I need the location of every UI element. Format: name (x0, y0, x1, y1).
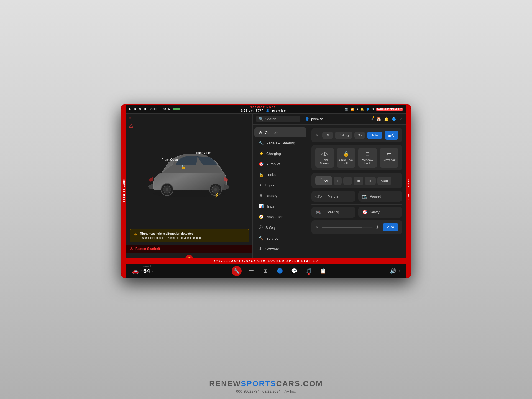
task-grid-btn[interactable]: ⊞ (260, 266, 270, 276)
wiper-level3-btn[interactable]: III (354, 177, 363, 185)
wiper-level2-btn[interactable]: II (343, 177, 352, 185)
nav-item-lights[interactable]: ✦ Lights (254, 180, 306, 190)
camera-card[interactable]: 📷 Paused (358, 191, 402, 202)
nav-item-locks[interactable]: 🔒 Locks (254, 170, 306, 180)
close-icon[interactable]: ✕ (372, 108, 374, 111)
task-music-btn[interactable]: 🎵 (304, 266, 314, 276)
x-top-icon[interactable]: ✕ (399, 117, 402, 121)
car-view: ≡ ⚠ Frunk Open Trunk Open 🔓 ⚡ (126, 114, 252, 227)
child-lock-label: Child Lock off (339, 158, 353, 165)
lights-auto-btn[interactable]: Auto (367, 132, 382, 139)
nav-service-label: Service (266, 236, 278, 241)
user-avatar-icon: 👤 (305, 117, 310, 121)
bell-top-icon[interactable]: 🔔 (384, 117, 389, 121)
watermark-sub: 000-39022784 · 03/22/2024 · IAA Inc. (209, 389, 323, 393)
search-bar[interactable]: 🔍 Search (256, 116, 300, 122)
wiper-level1-btn[interactable]: I (334, 177, 342, 185)
airbag-status: PASSENGER AIRBAG OFF (376, 108, 403, 111)
nav-item-navigation[interactable]: 🧭 Navigation (254, 212, 306, 222)
nav-item-charging[interactable]: ⚡ Charging (254, 149, 306, 158)
nav-item-software[interactable]: ⬇ Software (254, 244, 306, 254)
download-icon[interactable]: ⬇ (356, 108, 358, 111)
sentry-card[interactable]: 🎯 Sentry (358, 207, 402, 218)
steering-adjust-icon: ↕ (323, 211, 324, 214)
fold-mirrors-btn[interactable]: ◁▷ Fold Mirrors (315, 148, 334, 168)
charging-icon: ⚡ (259, 151, 264, 156)
wiper-auto-btn[interactable]: Auto (377, 177, 392, 185)
mirrors-adjust-icon: ↕ (324, 195, 326, 198)
nav-item-service[interactable]: 🔨 Service (254, 233, 306, 243)
car-drawing: Frunk Open Trunk Open 🔓 ⚡ (145, 142, 234, 198)
camera-label: Paused (370, 195, 381, 198)
svg-point-3 (214, 188, 217, 191)
nav-pedals-label: Pedals & Steering (266, 141, 295, 145)
bell-icon[interactable]: 🔔 (360, 108, 364, 111)
nav-item-safety[interactable]: ⓘ Safety (254, 222, 306, 233)
lights-on-btn[interactable]: On (354, 132, 365, 139)
task-chevron-end[interactable]: › (399, 269, 400, 273)
task-wrench-btn[interactable]: 🔧 (232, 266, 242, 276)
task-speed-label: Manual (142, 265, 151, 268)
steering-row: 🎮 ↕ Steering 🎯 Sentry (311, 207, 402, 218)
bluetooth-top-icon[interactable]: 🔷 (392, 117, 396, 121)
svg-rect-8 (388, 135, 391, 136)
car-buttons-row: ◁▷ Fold Mirrors 🔒 Child Lock off ⊡ Windo… (315, 148, 398, 168)
nav-item-pedals[interactable]: 🔧 Pedals & Steering (254, 138, 306, 148)
lights-beam-btn[interactable] (385, 131, 398, 140)
glovebox-btn[interactable]: ▭ Glovebox (380, 148, 398, 168)
prnd-indicator: P R N D (129, 107, 147, 111)
task-calendar-btn[interactable]: 📋 (318, 266, 328, 276)
download-top-icon[interactable]: ⬇ (370, 117, 374, 121)
display-icon: 🖥 (259, 193, 263, 198)
window-lock-label: Window Lock (360, 158, 375, 165)
home-top-icon[interactable]: 🏠 (377, 117, 381, 121)
service-mode-right-text: SERVICE MODE (407, 179, 410, 203)
steering-icon: 🎮 (315, 209, 321, 215)
nav-software-label: Software (265, 247, 279, 251)
bluetooth-icon[interactable]: 🔷 (366, 108, 369, 111)
frunk-lock-icon[interactable]: 🔓 (181, 165, 186, 169)
charge-indicator: ⚡ (214, 192, 220, 198)
lights-parking-btn[interactable]: Parking (335, 132, 352, 139)
left-panel: ≡ ⚠ Frunk Open Trunk Open 🔓 ⚡ (126, 114, 253, 264)
mirrors-card[interactable]: ◁▷ ↕ Mirrors (311, 191, 355, 202)
task-message-btn[interactable]: 💬 (289, 266, 299, 276)
nav-item-trips[interactable]: 📊 Trips (254, 201, 306, 211)
status-time: 9:26 am (241, 109, 254, 112)
warning-box: ⚠ Right headlight malfunction detected I… (130, 229, 249, 243)
nav-menu: ⊙ Controls 🔧 Pedals & Steering ⚡ Chargin… (253, 125, 308, 264)
search-icon: 🔍 (259, 117, 263, 121)
watermark: RENEWSPORTSCARS.COM 000-39022784 · 03/22… (209, 379, 323, 393)
task-dots-btn[interactable]: ••• (246, 266, 256, 276)
wiper-level4-btn[interactable]: IIII (365, 177, 375, 185)
child-lock-btn[interactable]: 🔒 Child Lock off (337, 148, 355, 168)
service-bottom-text: 5YJ3E1EA8PF626882 GTW LOCKED SPEED LIMIT… (214, 259, 318, 262)
steering-card[interactable]: 🎮 ↕ Steering (311, 207, 355, 218)
warning-title: Right headlight malfunction detected (140, 231, 201, 236)
beam-icon (388, 133, 395, 137)
divider (311, 204, 402, 205)
task-volume-icon[interactable]: 🔊 (390, 268, 396, 274)
task-bluetooth-btn[interactable]: 🔵 (275, 266, 285, 276)
task-chevron-left[interactable]: ‹ (140, 269, 142, 273)
service-bottom-bar: 5YJ3E1EA8PF626882 GTW LOCKED SPEED LIMIT… (126, 258, 406, 264)
nav-trips-label: Trips (266, 204, 274, 208)
brightness-auto-btn[interactable]: Auto (383, 223, 398, 231)
brightness-slider[interactable] (322, 227, 373, 228)
controls-icon: ⊙ (259, 130, 262, 135)
nav-item-display[interactable]: 🖥 Display (254, 191, 306, 201)
wiper-off-btn[interactable]: ⌒ Off (315, 176, 332, 185)
window-lock-btn[interactable]: ⊡ Window Lock (358, 148, 377, 168)
service-border-left: SERVICE MODE (121, 105, 126, 278)
task-left: 🚗 ‹ Manual 64 › (132, 268, 182, 274)
brightness-row: ☀ ☀ Auto (311, 220, 402, 234)
task-car-icon[interactable]: 🚗 (132, 268, 139, 274)
lights-off-btn[interactable]: Off (322, 132, 333, 139)
nav-item-autopilot[interactable]: 🎯 Autopilot (254, 159, 306, 169)
nav-lights-label: Lights (265, 183, 275, 187)
wiper-section: ⌒ Off I II III IIII Auto (311, 173, 402, 188)
battery-percent: 98 % (163, 108, 170, 111)
task-chevron-right[interactable]: › (152, 269, 153, 273)
svg-rect-7 (388, 134, 391, 134)
nav-item-controls[interactable]: ⊙ Controls (254, 127, 306, 137)
